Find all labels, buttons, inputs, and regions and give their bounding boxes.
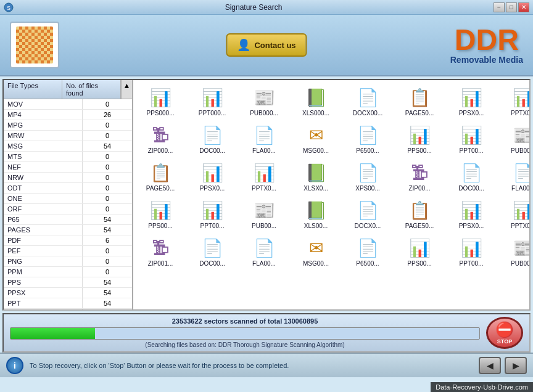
file-icon-item[interactable]: 📄 FLA00...	[241, 234, 287, 269]
icon-grid: 📊 PPS000... 📊 PPT000... 📰 PUB000... 📗 XL…	[137, 84, 526, 269]
file-icon: 📊	[513, 199, 529, 221]
file-row[interactable]: PDF6	[4, 235, 132, 246]
file-icon-item[interactable]: 📊 PPS00...	[396, 234, 443, 269]
info-icon: i	[6, 357, 23, 374]
file-icon-item[interactable]: 🗜 ZIP00...	[396, 159, 443, 194]
file-type-cell: MTS	[4, 152, 83, 161]
file-icon-label: PPSX0...	[200, 185, 225, 192]
file-icon-label: PPT00...	[200, 223, 225, 229]
file-row[interactable]: MOV0	[4, 99, 132, 110]
file-icon-item[interactable]: 🗜 ZIP000...	[137, 121, 184, 157]
file-row[interactable]: ORF0	[4, 204, 132, 214]
file-type-cell: PPTX	[4, 309, 83, 309]
minimize-button[interactable]: −	[494, 2, 505, 12]
close-button[interactable]: ✕	[518, 2, 529, 12]
file-icon-item[interactable]: 📗 XLSX0...	[292, 159, 339, 194]
file-icon-item[interactable]: 📊 PPT00...	[189, 197, 236, 232]
file-icons-panel[interactable]: 📊 PPS000... 📊 PPT000... 📰 PUB000... 📗 XL…	[133, 80, 529, 309]
progress-sub-text: (Searching files based on: DDR Thorough …	[10, 341, 480, 348]
file-icon-item[interactable]: 📊 PPT000...	[189, 84, 236, 119]
file-row[interactable]: MPG0	[4, 120, 132, 131]
file-icon: 🗜	[410, 161, 429, 184]
file-row[interactable]: PAGES54	[4, 225, 132, 235]
file-count-cell: 54	[83, 288, 132, 298]
file-icon: 📗	[306, 199, 326, 221]
file-icon: 📄	[202, 237, 222, 259]
file-icon-item[interactable]: 📄 FLA00...	[241, 121, 287, 157]
file-icon-label: FLA00...	[252, 147, 276, 154]
bottom-info-text: To Stop recovery, click on 'Stop' Button…	[30, 362, 473, 369]
file-icon-item[interactable]: ✉ MSG00...	[292, 121, 339, 157]
file-type-cell: PPS	[4, 277, 83, 287]
file-icon-item[interactable]: 📄 P6500...	[344, 121, 391, 157]
file-icon-label: PPSX0...	[459, 110, 484, 116]
file-type-cell: ODT	[4, 183, 83, 193]
file-count-cell: 54	[83, 277, 132, 287]
file-row[interactable]: MSG54	[4, 141, 132, 152]
maximize-button[interactable]: □	[506, 2, 517, 12]
file-row[interactable]: P6554	[4, 214, 132, 225]
file-row[interactable]: PPM0	[4, 267, 132, 277]
file-count-cell: 0	[83, 246, 132, 256]
file-row[interactable]: MTS0	[4, 152, 132, 162]
file-row[interactable]: PPS54	[4, 277, 132, 288]
file-icon-item[interactable]: 📊 PPTX0...	[241, 159, 287, 194]
file-icon-item[interactable]: 📄 FLA00...	[500, 159, 529, 194]
file-icon-item[interactable]: 📄 DOCX00...	[344, 84, 391, 119]
file-icon-item[interactable]: 📄 XPS00...	[344, 159, 391, 194]
file-type-cell: NEF	[4, 162, 83, 172]
file-list-scroll[interactable]: MOV0MP426MPG0MRW0MSG54MTS0NEF0NRW0ODT0ON…	[4, 99, 132, 309]
file-icon-item[interactable]: 📋 PAGE50...	[396, 84, 443, 119]
file-icon-item[interactable]: 📰 PUB00...	[241, 197, 287, 232]
forward-button[interactable]: ▶	[505, 357, 527, 374]
file-icon-item[interactable]: 📄 DOC00...	[448, 159, 495, 194]
file-icon-label: PAGE50...	[405, 110, 434, 116]
file-icon-item[interactable]: 📋 PAGE50...	[396, 197, 443, 232]
file-icon-item[interactable]: 📊 PPS000...	[137, 84, 184, 119]
file-row[interactable]: NEF0	[4, 162, 132, 173]
contact-button[interactable]: 👤 Contact us	[226, 33, 307, 57]
file-icon-item[interactable]: 📄 DOCX0...	[344, 197, 391, 232]
file-icon-item[interactable]: 📊 PPT00...	[448, 121, 495, 157]
file-icon-item[interactable]: 📄 P6500...	[344, 234, 391, 269]
file-icon-item[interactable]: 📄 DOC00...	[189, 234, 236, 269]
file-icon-item[interactable]: 📰 PUB000...	[241, 84, 287, 119]
file-icon-item[interactable]: 📊 PPTX0...	[500, 197, 529, 232]
file-icon-item[interactable]: 📊 PPTX0...	[500, 84, 529, 119]
file-icon-item[interactable]: 📰 PUB00...	[500, 234, 529, 269]
file-row[interactable]: MP426	[4, 110, 132, 120]
file-icon: 📗	[306, 86, 326, 108]
file-count-cell: 54	[83, 309, 132, 309]
file-count-cell: 6	[83, 235, 132, 245]
file-row[interactable]: ODT0	[4, 183, 132, 194]
file-icon-item[interactable]: 📊 PPS00...	[137, 197, 184, 232]
file-icon-item[interactable]: 📗 XLS00...	[292, 197, 339, 232]
file-icon: 📄	[358, 199, 378, 221]
file-icon-item[interactable]: 📊 PPS00...	[396, 121, 443, 157]
file-icon: 📊	[461, 86, 481, 108]
file-row[interactable]: PEF0	[4, 246, 132, 256]
file-icon-label: MSG00...	[303, 147, 329, 154]
file-row[interactable]: PPSX54	[4, 288, 132, 298]
file-row[interactable]: PPTX54	[4, 309, 132, 309]
file-icon-item[interactable]: ✉ MSG00...	[292, 234, 339, 269]
file-icon-item[interactable]: 📊 PPSX0...	[448, 197, 495, 232]
file-icon-item[interactable]: 📋 PAGE50...	[137, 159, 184, 194]
file-icon-item[interactable]: 📰 PUB00...	[500, 121, 529, 157]
file-icon-item[interactable]: 📊 PPSX0...	[189, 159, 236, 194]
file-icon-item[interactable]: 📄 DOC00...	[189, 121, 236, 157]
file-icon-item[interactable]: 🗜 ZIP001...	[137, 234, 184, 269]
back-button[interactable]: ◀	[479, 357, 501, 374]
file-row[interactable]: MRW0	[4, 131, 132, 141]
stop-button[interactable]: ⛔ STOP	[486, 317, 523, 349]
file-icon-item[interactable]: 📗 XLS000...	[292, 84, 339, 119]
file-icon-item[interactable]: 📊 PPSX0...	[448, 84, 495, 119]
file-row[interactable]: PNG0	[4, 256, 132, 267]
file-row[interactable]: NRW0	[4, 173, 132, 183]
file-row[interactable]: PPT54	[4, 298, 132, 309]
file-type-panel: File Types No. of files found ▲ MOV0MP42…	[4, 80, 133, 309]
file-icon-label: DOC00...	[199, 260, 225, 267]
file-icon-label: DOC00...	[458, 185, 484, 192]
file-icon-item[interactable]: 📊 PPT00...	[448, 234, 495, 269]
file-row[interactable]: ONE0	[4, 194, 132, 204]
